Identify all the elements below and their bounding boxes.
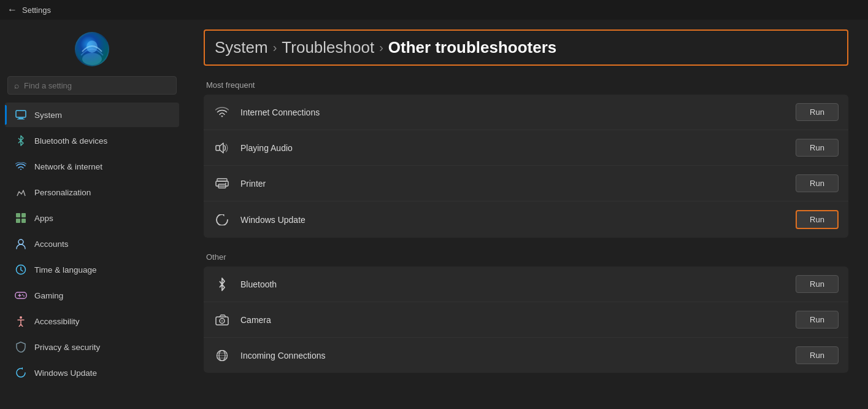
list-item: Camera Run	[204, 302, 848, 338]
titlebar: ← Settings	[0, 0, 868, 20]
most-frequent-list: Internet Connections Run Playing Audio R…	[204, 95, 848, 238]
search-icon: ⌕	[14, 80, 19, 90]
nav-label-update: Windows Update	[34, 368, 97, 378]
sidebar: ⌕ System Bluetooth & devices	[0, 20, 184, 409]
internet-icon	[213, 104, 231, 121]
bluetooth-item-name: Bluetooth	[240, 279, 786, 289]
svg-rect-5	[17, 119, 25, 120]
list-item: Playing Audio Run	[204, 130, 848, 166]
nav-label-accounts: Accounts	[34, 240, 69, 249]
other-label: Other	[204, 252, 848, 262]
nav-label-privacy: Privacy & security	[34, 343, 100, 352]
nav-item-bluetooth[interactable]: Bluetooth & devices	[5, 128, 179, 153]
printer-icon	[213, 175, 231, 192]
list-item: Windows Update Run	[204, 201, 848, 238]
content-area: System › Troubleshoot › Other troublesho…	[184, 20, 868, 409]
nav-item-accounts[interactable]: Accounts	[5, 232, 179, 256]
nav-label-bluetooth: Bluetooth & devices	[34, 136, 107, 146]
apps-icon	[15, 212, 27, 224]
audio-name: Playing Audio	[240, 143, 786, 153]
svg-rect-8	[16, 219, 20, 223]
audio-run-button[interactable]: Run	[796, 139, 839, 157]
printer-name: Printer	[240, 179, 786, 189]
svg-point-14	[23, 295, 25, 297]
app-title: Settings	[22, 6, 51, 15]
svg-rect-3	[16, 111, 26, 117]
search-input[interactable]	[24, 81, 170, 90]
incoming-run-button[interactable]: Run	[796, 346, 839, 364]
svg-rect-4	[18, 118, 23, 119]
nav-item-update[interactable]: Windows Update	[5, 360, 179, 385]
list-item: Bluetooth Run	[204, 267, 848, 302]
privacy-icon	[15, 341, 27, 353]
svg-rect-16	[216, 146, 220, 150]
svg-rect-6	[16, 213, 20, 217]
audio-icon	[213, 139, 231, 157]
nav-label-accessibility: Accessibility	[34, 317, 80, 326]
svg-point-20	[225, 182, 226, 184]
nav-label-personalization: Personalization	[34, 188, 91, 197]
breadcrumb-system[interactable]: System	[215, 38, 268, 57]
printer-run-button[interactable]: Run	[796, 174, 839, 192]
svg-rect-9	[21, 219, 26, 223]
gaming-icon	[15, 289, 27, 302]
svg-point-23	[221, 320, 223, 322]
breadcrumb: System › Troubleshoot › Other troublesho…	[204, 29, 848, 66]
winupdate-name: Windows Update	[240, 215, 786, 225]
search-box[interactable]: ⌕	[7, 76, 177, 95]
avatar-section	[0, 25, 184, 76]
internet-run-button[interactable]: Run	[796, 103, 839, 121]
nav-item-accessibility[interactable]: Accessibility	[5, 309, 179, 333]
accessibility-icon	[15, 315, 27, 327]
breadcrumb-sep2: ›	[379, 41, 383, 55]
bluetooth-run-button[interactable]: Run	[796, 275, 839, 293]
breadcrumb-troubleshoot[interactable]: Troubleshoot	[282, 38, 374, 57]
svg-point-15	[20, 316, 22, 319]
other-list: Bluetooth Run Camera Run	[204, 267, 848, 373]
network-icon	[15, 160, 27, 173]
bluetooth-icon	[15, 134, 27, 147]
nav-label-system: System	[34, 111, 62, 120]
breadcrumb-sep1: ›	[273, 41, 277, 55]
svg-rect-7	[21, 213, 26, 217]
list-item: Printer Run	[204, 166, 848, 201]
nav-item-gaming[interactable]: Gaming	[5, 283, 179, 308]
nav-label-time: Time & language	[34, 265, 97, 275]
svg-point-13	[22, 294, 23, 295]
winupdate-run-button[interactable]: Run	[796, 210, 839, 229]
list-item: Internet Connections Run	[204, 95, 848, 130]
nav-item-network[interactable]: Network & internet	[5, 154, 179, 179]
list-item: Incoming Connections Run	[204, 338, 848, 373]
time-icon	[15, 263, 27, 276]
camera-item-name: Camera	[240, 315, 786, 325]
incoming-item-name: Incoming Connections	[240, 351, 786, 360]
system-icon	[15, 109, 27, 121]
svg-point-2	[82, 53, 102, 65]
nav-item-system[interactable]: System	[5, 103, 179, 127]
breadcrumb-current: Other troubleshooters	[388, 38, 556, 57]
winupdate-icon	[213, 211, 231, 228]
nav-item-personalization[interactable]: Personalization	[5, 180, 179, 204]
avatar[interactable]	[75, 32, 109, 66]
nav-item-time[interactable]: Time & language	[5, 257, 179, 282]
back-button[interactable]: ←	[7, 4, 17, 15]
internet-name: Internet Connections	[240, 107, 786, 117]
svg-point-10	[18, 240, 23, 244]
nav-label-apps: Apps	[34, 214, 53, 223]
incoming-icon	[213, 347, 231, 364]
nav-label-gaming: Gaming	[34, 291, 63, 300]
nav-item-privacy[interactable]: Privacy & security	[5, 335, 179, 359]
camera-run-button[interactable]: Run	[796, 311, 839, 329]
bluetooth-item-icon	[213, 276, 231, 293]
accounts-icon	[15, 238, 27, 250]
update-icon	[15, 367, 27, 379]
main-layout: ⌕ System Bluetooth & devices	[0, 20, 868, 409]
svg-rect-18	[216, 181, 228, 186]
camera-icon	[213, 311, 231, 329]
personalization-icon	[15, 186, 27, 198]
most-frequent-label: Most frequent	[204, 80, 848, 90]
nav-item-apps[interactable]: Apps	[5, 206, 179, 230]
nav-label-network: Network & internet	[34, 162, 102, 171]
